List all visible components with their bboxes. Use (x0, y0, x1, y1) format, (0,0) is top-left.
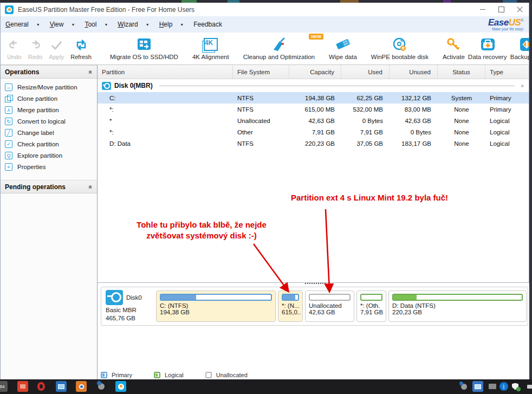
toolbar: Undo Redo Apply Refresh Migrate OS to SS… (0, 33, 529, 65)
disk-type: Basic MBR (106, 306, 154, 314)
tray-defender-icon[interactable] (510, 381, 521, 392)
menu-wizard[interactable]: Wizard▼ (113, 16, 154, 33)
taskbar-opera-icon[interactable] (36, 381, 47, 392)
unallocated-partition-icon (205, 372, 212, 378)
disk-group-row[interactable]: Disk 0(MBR) « (98, 79, 529, 92)
partition-block-unallocated[interactable]: Unallocated42,63 GB (305, 290, 354, 322)
annotation-note-linux-mint: Partition ext 4 s Linux Mint 19.2 byla f… (291, 193, 448, 202)
partition-table-panel: Partition File System Capacity Used Unus… (98, 65, 529, 283)
panel-splitter-handle[interactable] (305, 283, 326, 284)
sidebar-item-explore[interactable]: QExplore partition (1, 150, 97, 161)
partition-block-star-other[interactable]: *: (Oth.7,91 GB (356, 290, 386, 322)
tray-monitor-icon[interactable] (487, 381, 498, 392)
cleanup-button[interactable]: NEW Cleanup and Optimization (243, 37, 315, 60)
sidebar-item-change-label[interactable]: ╱Change label (1, 127, 97, 138)
backup-tool-button[interactable]: Backup tool (510, 37, 532, 60)
app-icon (5, 5, 14, 14)
taskbar-display-settings-icon[interactable] (56, 381, 67, 392)
redo-button[interactable]: Redo (28, 37, 42, 60)
properties-icon: ≡ (5, 163, 12, 171)
taskbar-viewer-icon[interactable] (76, 381, 87, 392)
desktop-background-edge (529, 3, 532, 379)
table-row[interactable]: *:NTFS615,00 MB532,00 MB83,00 MBNonePrim… (98, 104, 529, 115)
pending-operations-header[interactable]: Pending operations « (1, 180, 97, 193)
check-icon: ✓ (5, 140, 12, 148)
usage-bar (282, 294, 299, 301)
sidebar-item-convert-logical[interactable]: ↻Convert to logical (1, 115, 97, 127)
table-row[interactable]: *Unallocated42,63 GB0 Bytes42,63 GBNoneL… (98, 115, 529, 126)
magnifier-icon: Q (5, 152, 12, 159)
sidebar-item-merge[interactable]: YMerge partition (1, 104, 97, 115)
annotation-note-resize: Tohle tu přibylo tak blbě, že nejde zvět… (120, 219, 283, 241)
menu-general[interactable]: General▼ (1, 16, 45, 33)
winpe-bootable-disk-button[interactable]: WinPE bootable disk (371, 37, 429, 60)
migrate-os-icon (136, 37, 152, 52)
partition-block-star-n[interactable]: *: (N...615,0.. (278, 290, 303, 322)
partition-block-d-data[interactable]: D: Data (NTFS)220,23 GB (388, 290, 527, 322)
redo-icon (29, 37, 42, 53)
tray-bluetooth-icon[interactable]: ᛒ (499, 382, 508, 391)
operations-header[interactable]: Operations « (1, 65, 97, 79)
sidebar-item-resize-move[interactable]: ↔Resize/Move partition (1, 81, 97, 93)
disk-name: Disk0 (126, 294, 142, 302)
logical-partition-icon (154, 372, 160, 378)
sidebar: Operations « ↔Resize/Move partition Clon… (0, 65, 98, 379)
taskbar-red-app-icon[interactable] (17, 381, 28, 392)
4k-alignment-button[interactable]: 4K 4K Alignment (192, 37, 229, 60)
taskbar-bomb-icon[interactable] (96, 381, 107, 392)
activate-button[interactable]: Activate (443, 37, 465, 60)
menu-help[interactable]: Help▼ (154, 16, 189, 33)
menu-feedback[interactable]: Feedback (189, 16, 227, 33)
usage-bar (360, 294, 382, 301)
col-unused[interactable]: Unused (390, 65, 438, 79)
table-row[interactable]: C:NTFS194,38 GB62,25 GB132,12 GBSystemPr… (98, 92, 529, 104)
refresh-button[interactable]: Refresh (70, 37, 92, 60)
undo-button[interactable]: Undo (7, 37, 21, 60)
taskbar-easeus-icon[interactable] (115, 381, 126, 392)
col-type[interactable]: Type (485, 65, 529, 79)
col-status[interactable]: Status (438, 65, 485, 79)
disk-info[interactable]: Disk0 Basic MBR 465,76 GB (103, 290, 154, 322)
collapse-chevron-icon[interactable]: « (88, 185, 94, 189)
table-row[interactable]: D: DataNTFS220,23 GB37,05 GB183,17 GBNon… (98, 138, 529, 149)
collapse-chevron-icon[interactable]: « (520, 84, 526, 87)
disk-map: Disk0 Basic MBR 465,76 GB C: (NTFS)194,3… (101, 287, 528, 326)
taskbar-partial-icon[interactable]: 54 (0, 381, 8, 392)
data-recovery-button[interactable]: Data recovery (468, 37, 507, 60)
chevron-down-icon: ▼ (180, 23, 184, 27)
minimize-icon[interactable] (473, 3, 492, 16)
table-header: Partition File System Capacity Used Unus… (98, 65, 529, 79)
col-partition[interactable]: Partition (98, 65, 233, 79)
pencil-icon: ╱ (5, 129, 12, 137)
collapse-chevron-icon[interactable]: « (88, 70, 94, 74)
sidebar-item-properties[interactable]: ≡Properties (1, 161, 97, 172)
sidebar-item-clone[interactable]: Clone partition (1, 93, 97, 104)
convert-icon: ↻ (5, 118, 12, 125)
chevron-down-icon: ▼ (104, 23, 108, 27)
primary-partition-icon (101, 372, 107, 378)
col-filesystem[interactable]: File System (233, 65, 289, 79)
col-used[interactable]: Used (341, 65, 390, 79)
window-title: EaseUS Partition Master Free Edition - F… (18, 6, 194, 14)
tray-remote-display-icon[interactable] (472, 381, 483, 392)
apply-button[interactable]: Apply (49, 37, 64, 60)
close-icon[interactable] (510, 3, 529, 16)
tray-bomb-icon[interactable] (458, 381, 469, 392)
menu-view[interactable]: View▼ (45, 16, 80, 33)
partition-block-c[interactable]: C: (NTFS)194,38 GB (156, 290, 276, 322)
4k-icon: 4K (204, 38, 218, 51)
table-row[interactable]: *:Other7,91 GB7,91 GB0 BytesNoneLogical (98, 126, 529, 138)
migrate-os-button[interactable]: Migrate OS to SSD/HDD (110, 37, 178, 60)
tray-power-icon[interactable] (524, 381, 532, 392)
chevron-down-icon: ▼ (71, 23, 75, 27)
maximize-icon[interactable] (492, 3, 510, 16)
cleanup-broom-icon (271, 37, 287, 52)
wipe-data-button[interactable]: Wipe data (329, 37, 357, 60)
usage-bar (160, 294, 272, 301)
col-capacity[interactable]: Capacity (289, 65, 341, 79)
bootable-disc-icon (392, 37, 407, 52)
chevron-down-icon: ▼ (36, 23, 40, 27)
sidebar-item-check[interactable]: ✓Check partition (1, 138, 97, 150)
menu-tool[interactable]: Tool▼ (80, 16, 113, 33)
resize-move-icon: ↔ (5, 83, 12, 91)
